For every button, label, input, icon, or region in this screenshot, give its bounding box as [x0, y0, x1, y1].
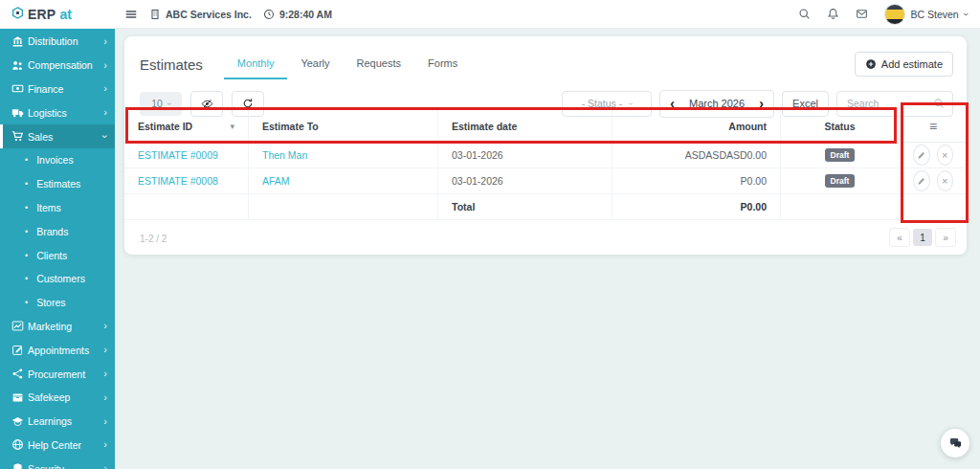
envelope-icon[interactable] [856, 8, 868, 20]
sidebar-subitem[interactable]: • Clients [0, 243, 115, 267]
sidebar-item-label: Finance [28, 83, 103, 95]
search-icon[interactable] [798, 8, 811, 20]
next-page-button[interactable]: » [936, 229, 955, 246]
sidebar-subitem[interactable]: • Stores [0, 291, 115, 315]
table-row: ESTIMATE #0009 Then Man 03-01-2026 ASDAS… [124, 143, 967, 168]
delete-button[interactable]: × [937, 170, 954, 191]
brand-name: ERP [28, 7, 56, 22]
sidebar-subitem[interactable]: • Brands [0, 219, 115, 243]
sidebar-item-safekeep[interactable]: Safekeep › [0, 386, 115, 410]
estimate-date-cell: 03-01-2026 [438, 143, 612, 168]
sidebar-item-finance[interactable]: Finance › [0, 78, 115, 101]
prev-month-button[interactable]: ‹ [660, 97, 684, 110]
status-badge: Draft [825, 148, 856, 162]
prev-page-button[interactable]: « [890, 229, 909, 246]
caret-down-icon: › [165, 102, 173, 105]
edit-button[interactable] [913, 170, 930, 191]
sidebar-item-logistics[interactable]: Logistics › [0, 100, 115, 124]
tab-monthly[interactable]: Monthly [224, 50, 288, 79]
eye-slash-icon [201, 98, 213, 110]
sidebar-item-security[interactable]: Security › [0, 457, 115, 469]
sidebar-item-appointments[interactable]: Appointments › [0, 338, 115, 362]
column-header-status[interactable]: Status [781, 110, 900, 142]
amount-cell: ASDASDASD0.00 [612, 143, 781, 168]
sidebar-item-label: Logistics [28, 107, 103, 119]
sidebar-subitem[interactable]: • Estimates [0, 172, 115, 196]
plus-circle-icon [865, 58, 877, 70]
delete-button[interactable]: × [937, 145, 954, 166]
sidebar-item-label: Procurement [28, 368, 103, 380]
estimates-table: Estimate ID ▾ Estimate To Estimate date … [124, 110, 967, 220]
money-icon [11, 82, 28, 95]
chat-fab-button[interactable] [941, 429, 969, 458]
edit-button[interactable] [913, 145, 930, 166]
sidebar-item-procurement[interactable]: Procurement › [0, 362, 115, 386]
chevron-right-icon: › [103, 463, 107, 469]
sidebar-item-help-center[interactable]: Help Center › [0, 434, 115, 458]
estimate-id-link[interactable]: ESTIMATE #0008 [138, 175, 218, 187]
search-input[interactable] [845, 97, 933, 110]
chevron-right-icon: › [103, 439, 107, 450]
chevron-right-icon: › [103, 321, 107, 331]
sidebar-nav: Distribution › Compensation › Finance › … [0, 29, 115, 469]
sidebar-subitem-label: Items [36, 202, 61, 213]
sidebar-subitem-label: Customers [36, 273, 85, 284]
estimates-card: Estimates Monthly Yearly Requests Forms … [124, 36, 967, 255]
sidebar-item-distribution[interactable]: Distribution › [0, 30, 115, 54]
pagination: « 1 » [890, 229, 955, 246]
sidebar-subitem[interactable]: • Items [0, 196, 115, 220]
bell-icon[interactable] [827, 8, 839, 20]
tab-forms[interactable]: Forms [414, 50, 471, 79]
estimate-to-link[interactable]: AFAM [262, 175, 290, 187]
column-header-estimate-to[interactable]: Estimate To [249, 110, 438, 142]
sidebar-subitem-label: Brands [36, 226, 68, 237]
sidebar-item-sales[interactable]: Sales › [0, 124, 115, 148]
chat-bubbles-icon [948, 436, 963, 451]
tab-yearly[interactable]: Yearly [287, 50, 343, 79]
bullet-icon: • [25, 155, 28, 165]
chevron-right-icon: › [103, 83, 107, 94]
tab-requests[interactable]: Requests [344, 50, 414, 79]
chevron-right-icon: › [103, 107, 107, 118]
estimate-to-link[interactable]: Then Man [262, 149, 307, 161]
estimate-id-link[interactable]: ESTIMATE #0009 [138, 149, 218, 161]
clock-display: 9:28:40 AM [263, 9, 332, 20]
sidebar-item-learnings[interactable]: Learnings › [0, 410, 115, 434]
sidebar-item-compensation[interactable]: Compensation › [0, 54, 115, 78]
company-selector[interactable]: ABC Services Inc. [149, 9, 252, 20]
sidebar-item-label: Distribution [28, 35, 103, 47]
current-time: 9:28:40 AM [279, 9, 332, 20]
sidebar: ERPat Distribution › Compensation › Fina… [0, 0, 115, 469]
next-month-button[interactable]: › [749, 97, 773, 110]
chevron-right-icon: › [103, 368, 107, 379]
app-logo[interactable]: ERPat [0, 0, 115, 29]
sidebar-subitem[interactable]: • Invoices [0, 148, 115, 172]
share-icon [11, 368, 28, 380]
sidebar-subitem-label: Clients [36, 250, 67, 261]
chevron-right-icon: › [103, 36, 107, 47]
sidebar-item-label: Safekeep [28, 391, 103, 403]
column-header-estimate-id[interactable]: Estimate ID ▾ [124, 110, 249, 142]
column-header-estimate-date[interactable]: Estimate date [438, 110, 612, 142]
tabs: Monthly Yearly Requests Forms [224, 50, 471, 79]
column-header-actions[interactable]: ≡ [900, 110, 967, 142]
sidebar-subitem[interactable]: • Customers [0, 267, 115, 291]
page-title: Estimates [140, 56, 203, 73]
column-label: Amount [728, 121, 767, 132]
pagination-summary: 1-2 / 2 [140, 234, 167, 244]
bullet-icon: • [25, 179, 28, 189]
sidebar-item-label: Help Center [28, 439, 103, 451]
caret-down-icon: › [960, 12, 969, 15]
column-header-amount[interactable]: Amount [612, 110, 781, 142]
user-menu[interactable]: BC Steven › [884, 4, 967, 25]
row-actions: × [900, 168, 967, 193]
sort-caret-icon: ▾ [230, 122, 234, 131]
cart-icon [11, 130, 28, 143]
add-estimate-button[interactable]: Add estimate [855, 52, 953, 77]
hamburger-icon[interactable] [124, 8, 138, 21]
sidebar-item-marketing[interactable]: Marketing › [0, 315, 115, 339]
bullet-icon: • [25, 298, 28, 307]
status-filter-value: - Status - [582, 98, 623, 109]
sidebar-item-label: Security [28, 463, 103, 469]
page-number-button[interactable]: 1 [913, 229, 932, 246]
